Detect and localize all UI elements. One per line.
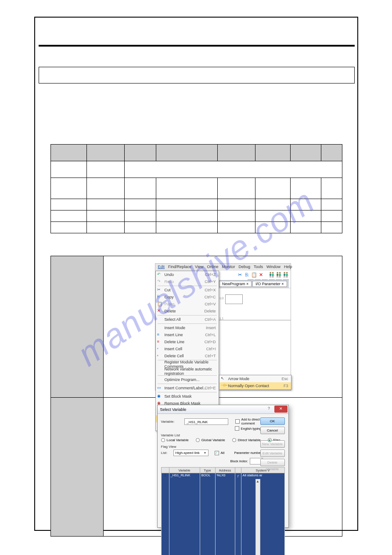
toolbar-find-icon[interactable]: 👬 xyxy=(269,272,275,278)
help-icon[interactable]: ? xyxy=(266,406,273,412)
block-idx-label: Block index: xyxy=(230,459,248,463)
row2-label xyxy=(51,398,104,537)
undo-icon xyxy=(157,272,162,277)
delete-variable-button[interactable]: Delete Variable xyxy=(260,459,285,466)
menu-help[interactable]: Help xyxy=(284,265,292,270)
row2-content: Select Variable ? ✕ OK Cancel New Variab… xyxy=(104,398,342,537)
tab-ioparameter[interactable]: I/O Parameter × xyxy=(252,281,287,287)
noc-icon xyxy=(221,383,226,388)
paste-icon xyxy=(157,301,162,307)
menu-item-insert-comment-label-[interactable]: Insert Comment/Label...Ctrl+E xyxy=(156,385,219,392)
menu-item-network-variable-automatic-registration[interactable]: Network variable automatic registration xyxy=(156,368,219,375)
dline-icon xyxy=(157,339,162,345)
col-variable[interactable]: Variable xyxy=(169,468,200,473)
close-icon[interactable]: × xyxy=(246,282,248,286)
variable-grid[interactable]: Variable Type Address System V 1_HS1_RLI… xyxy=(161,467,285,555)
param-table xyxy=(50,144,342,233)
menu-item-insert-cell[interactable]: Insert CellCtrl+I xyxy=(156,345,219,352)
col-address[interactable]: Address xyxy=(215,468,235,473)
variable-input[interactable]: _HS1_RLINK xyxy=(184,418,228,425)
variable-label: Variable: xyxy=(161,420,183,424)
icell-icon xyxy=(157,346,162,352)
menu-debug[interactable]: Debug xyxy=(238,265,250,270)
toolbar-delete-icon[interactable]: ✕ xyxy=(258,272,264,278)
menu-item-cut[interactable]: CutCtrl+X xyxy=(156,287,219,294)
dialog-title: Select Variable xyxy=(160,407,187,412)
add-comment-checkbox[interactable] xyxy=(235,419,240,424)
menu-online[interactable]: Online xyxy=(207,265,218,270)
ladder-cell[interactable] xyxy=(225,294,243,304)
line-icon xyxy=(157,332,162,337)
select-variable-dialog: Select Variable ? ✕ OK Cancel New Variab… xyxy=(157,405,289,528)
radio-flag[interactable] xyxy=(268,438,272,442)
dialog-titlebar: Select Variable ? ✕ xyxy=(158,405,288,414)
redo-icon xyxy=(157,279,162,284)
editor-screenshot: Edit Find/Replace View Online Monitor De… xyxy=(155,263,291,391)
edit-variable-button[interactable]: Edit Variable xyxy=(260,450,285,457)
menu-window[interactable]: Window xyxy=(266,265,281,270)
cut-icon xyxy=(157,287,162,293)
info-box xyxy=(39,67,355,83)
label-icon xyxy=(157,385,162,391)
menu-item-undo[interactable]: UndoCtrl+Z xyxy=(156,271,219,278)
scroll-up-icon[interactable]: ▲ xyxy=(256,479,260,484)
param-num-label: Parameter number: xyxy=(234,451,263,455)
list-label: List: xyxy=(161,451,172,455)
all-label: All xyxy=(221,451,225,455)
close-button[interactable]: ✕ xyxy=(274,406,288,413)
menu-item-delete-line[interactable]: Delete LineCtrl+D xyxy=(156,338,219,345)
submenu-item-normally-open-contact[interactable]: Normally Open ContactF3 xyxy=(219,382,291,389)
list-select[interactable]: High-speed link xyxy=(173,450,209,456)
menu-findreplace[interactable]: Find/Replace xyxy=(168,265,191,270)
all-checkbox[interactable] xyxy=(215,451,219,455)
menu-item-set-block-mask[interactable]: Set Block Mask xyxy=(156,393,219,400)
radio-global[interactable] xyxy=(196,438,200,442)
menu-edit[interactable]: Edit xyxy=(158,265,165,270)
menu-item-insert-mode[interactable]: Insert ModeInsert xyxy=(156,324,219,331)
menu-item-delete[interactable]: DeleteDelete xyxy=(156,308,219,315)
toolbar-findnext-icon[interactable]: 👬 xyxy=(276,272,282,278)
vertical-scrollbar[interactable]: ▲ ▼ xyxy=(255,479,260,555)
menu-item-copy[interactable]: CopyCtrl+C xyxy=(156,294,219,301)
menu-item-delete-cell[interactable]: Delete CellCtrl+T xyxy=(156,352,219,359)
submenu-item-arrow-mode[interactable]: Arrow ModeEsc xyxy=(219,375,291,382)
menu-item-redo[interactable]: RedoCtrl+Y xyxy=(156,278,219,285)
toolbar-copy-icon[interactable]: ⎘ xyxy=(244,272,250,278)
menu-monitor[interactable]: Monitor xyxy=(222,265,235,270)
mask-icon xyxy=(157,394,162,399)
table-row[interactable]: 1_HS1_RLINKBOOL%LX0┌All stations ar xyxy=(161,473,284,555)
dcell-icon xyxy=(157,353,162,359)
col-check[interactable] xyxy=(235,468,241,473)
menu-item-select-all[interactable]: Select AllCtrl+A xyxy=(156,316,219,323)
cancel-button[interactable]: Cancel xyxy=(260,427,285,434)
menu-view[interactable]: View xyxy=(195,265,203,270)
close-icon[interactable]: × xyxy=(281,282,284,286)
english-typing-checkbox[interactable] xyxy=(235,426,239,431)
screenshot-table: Edit Find/Replace View Online Monitor De… xyxy=(50,256,342,537)
tab-newprogram[interactable]: NewProgram × xyxy=(219,281,252,287)
toolbar-paste-icon[interactable]: 📋 xyxy=(251,272,257,278)
toolbar-cut-icon[interactable]: ✂ xyxy=(237,272,243,278)
toolbar-more-icon[interactable]: 👬 xyxy=(283,272,289,278)
arrow-icon xyxy=(221,376,226,381)
tools-submenu: Arrow ModeEscNormally Open ContactF3 xyxy=(219,375,291,390)
menubar: Edit Find/Replace View Online Monitor De… xyxy=(155,264,291,271)
ok-button[interactable]: OK xyxy=(260,417,285,425)
del-icon xyxy=(157,308,162,314)
copy-icon xyxy=(157,294,162,300)
radio-local[interactable] xyxy=(161,438,165,442)
col-type[interactable]: Type xyxy=(200,468,215,473)
menu-item-insert-line[interactable]: Insert LineCtrl+L xyxy=(156,331,219,338)
menu-item-optimize-program-[interactable]: Optimize Program... xyxy=(156,376,219,383)
new-variable-button[interactable]: New Variable xyxy=(260,440,285,448)
col-idx xyxy=(161,468,169,473)
row1-label xyxy=(51,256,104,398)
header-rule xyxy=(39,45,355,47)
radio-direct[interactable] xyxy=(232,438,236,442)
menu-tools[interactable]: Tools xyxy=(254,265,263,270)
row1-content: Edit Find/Replace View Online Monitor De… xyxy=(104,256,342,398)
menu-item-paste[interactable]: PasteCtrl+V xyxy=(156,301,219,308)
